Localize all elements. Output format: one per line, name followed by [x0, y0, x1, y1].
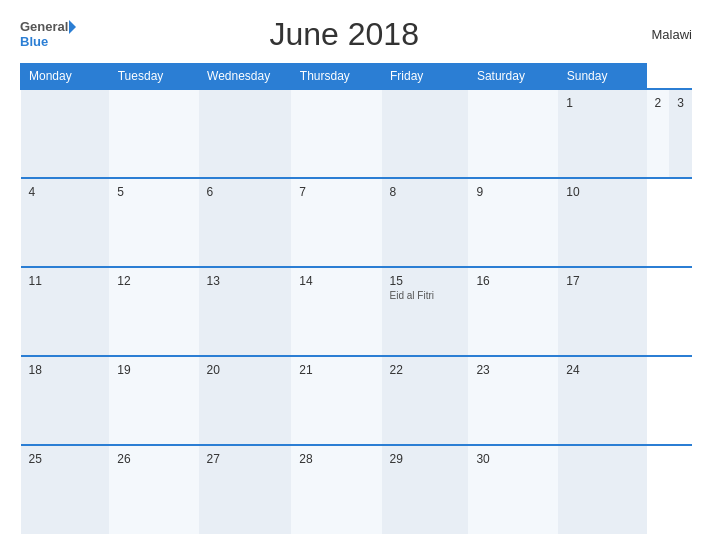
day-number: 15 — [390, 274, 461, 288]
calendar-table: MondayTuesdayWednesdayThursdayFridaySatu… — [20, 63, 692, 534]
day-cell: 14 — [291, 267, 381, 356]
week-row-5: 252627282930 — [21, 445, 693, 534]
weekday-header-saturday: Saturday — [468, 64, 558, 90]
day-number: 5 — [117, 185, 190, 199]
day-number: 4 — [29, 185, 102, 199]
day-number: 13 — [207, 274, 284, 288]
day-number: 24 — [566, 363, 638, 377]
day-cell: 19 — [109, 356, 198, 445]
day-number: 23 — [476, 363, 550, 377]
day-number: 3 — [677, 96, 684, 110]
event-label: Eid al Fitri — [390, 290, 461, 301]
weekday-header-friday: Friday — [382, 64, 469, 90]
day-cell: 29 — [382, 445, 469, 534]
day-number: 14 — [299, 274, 373, 288]
day-cell: 16 — [468, 267, 558, 356]
day-cell: 12 — [109, 267, 198, 356]
day-cell: 25 — [21, 445, 110, 534]
day-number: 18 — [29, 363, 102, 377]
day-cell: 22 — [382, 356, 469, 445]
day-number: 30 — [476, 452, 550, 466]
logo-general-text: General — [20, 20, 68, 34]
weekday-header-monday: Monday — [21, 64, 110, 90]
day-cell — [558, 445, 646, 534]
day-cell: 7 — [291, 178, 381, 267]
week-row-2: 45678910 — [21, 178, 693, 267]
day-number: 6 — [207, 185, 284, 199]
week-row-4: 18192021222324 — [21, 356, 693, 445]
country-label: Malawi — [612, 27, 692, 42]
day-cell: 1 — [558, 89, 646, 178]
day-cell: 6 — [199, 178, 292, 267]
day-number: 10 — [566, 185, 638, 199]
day-cell — [468, 89, 558, 178]
day-cell: 2 — [647, 89, 670, 178]
day-cell: 15Eid al Fitri — [382, 267, 469, 356]
day-number: 2 — [655, 96, 662, 110]
day-cell: 10 — [558, 178, 646, 267]
day-cell: 3 — [669, 89, 692, 178]
day-cell: 30 — [468, 445, 558, 534]
day-number: 8 — [390, 185, 461, 199]
day-number: 20 — [207, 363, 284, 377]
day-number: 17 — [566, 274, 638, 288]
calendar-header: General Blue June 2018 Malawi — [20, 16, 692, 53]
day-number: 19 — [117, 363, 190, 377]
logo-blue-text: Blue — [20, 35, 76, 49]
day-number: 28 — [299, 452, 373, 466]
weekday-header-row: MondayTuesdayWednesdayThursdayFridaySatu… — [21, 64, 693, 90]
day-number: 26 — [117, 452, 190, 466]
week-row-3: 1112131415Eid al Fitri1617 — [21, 267, 693, 356]
day-cell: 5 — [109, 178, 198, 267]
day-cell: 9 — [468, 178, 558, 267]
day-cell: 17 — [558, 267, 646, 356]
weekday-header-wednesday: Wednesday — [199, 64, 292, 90]
day-cell — [291, 89, 381, 178]
calendar-title: June 2018 — [76, 16, 612, 53]
day-number: 11 — [29, 274, 102, 288]
day-number: 16 — [476, 274, 550, 288]
day-cell: 18 — [21, 356, 110, 445]
day-cell: 28 — [291, 445, 381, 534]
day-cell-empty — [199, 89, 292, 178]
weekday-header-thursday: Thursday — [291, 64, 381, 90]
weekday-header-sunday: Sunday — [558, 64, 646, 90]
day-number: 29 — [390, 452, 461, 466]
day-number: 7 — [299, 185, 373, 199]
logo-arrow-icon — [69, 20, 76, 34]
day-cell: 24 — [558, 356, 646, 445]
day-cell: 8 — [382, 178, 469, 267]
day-number: 27 — [207, 452, 284, 466]
day-number: 9 — [476, 185, 550, 199]
logo: General Blue — [20, 20, 76, 49]
day-cell-empty — [21, 89, 110, 178]
day-number: 21 — [299, 363, 373, 377]
day-number: 12 — [117, 274, 190, 288]
day-number: 22 — [390, 363, 461, 377]
day-cell: 13 — [199, 267, 292, 356]
day-cell: 21 — [291, 356, 381, 445]
day-number: 25 — [29, 452, 102, 466]
week-row-1: 123 — [21, 89, 693, 178]
weekday-header-tuesday: Tuesday — [109, 64, 198, 90]
day-cell: 27 — [199, 445, 292, 534]
day-cell: 26 — [109, 445, 198, 534]
day-number: 1 — [566, 96, 638, 110]
day-cell-empty — [109, 89, 198, 178]
day-cell — [382, 89, 469, 178]
day-cell: 20 — [199, 356, 292, 445]
day-cell: 23 — [468, 356, 558, 445]
day-cell: 11 — [21, 267, 110, 356]
day-cell: 4 — [21, 178, 110, 267]
